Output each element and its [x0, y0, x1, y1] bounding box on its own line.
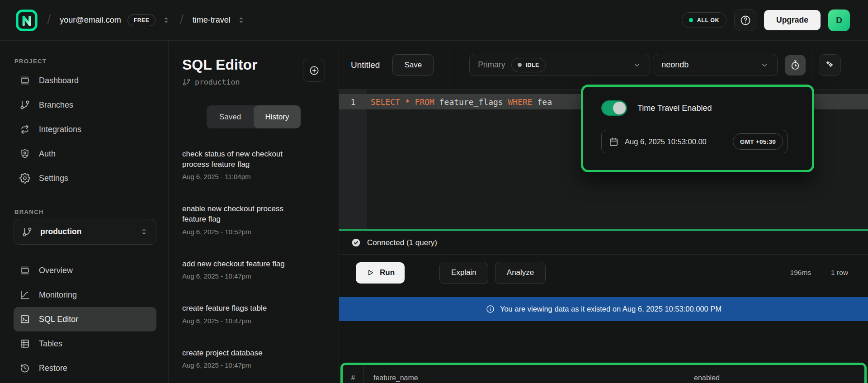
project-section-label: PROJECT	[14, 58, 156, 65]
help-button[interactable]	[734, 9, 756, 31]
save-button[interactable]: Save	[392, 54, 434, 76]
nav-item-label: Overview	[39, 266, 73, 275]
status-label: ALL OK	[697, 17, 719, 24]
query-actions: Run Explain Analyze 196ms 1 row	[339, 255, 868, 291]
status-dot	[689, 18, 693, 22]
panel-branch: production	[182, 78, 258, 86]
datetime-value: Aug 6, 2025 10:53:00.00	[625, 137, 727, 146]
branch-icon	[182, 78, 191, 86]
nav-item-label: Settings	[39, 174, 68, 183]
integrations-icon	[19, 124, 30, 135]
history-item-date: Aug 6, 2025 - 10:52pm	[182, 228, 295, 236]
history-item-title: add new checkout feature flag	[182, 259, 295, 270]
editor-gutter	[339, 90, 367, 229]
new-query-button[interactable]	[303, 59, 325, 82]
upgrade-button[interactable]: Upgrade	[764, 10, 821, 30]
sql-token: *	[405, 97, 410, 107]
sidebar-item-branches[interactable]: Branches	[14, 93, 156, 117]
compute-label: Primary	[478, 60, 505, 70]
sql-token	[400, 97, 405, 107]
history-item-title: enable new checkout process feature flag	[182, 204, 295, 224]
nav-item-label: Tables	[39, 339, 62, 349]
project-name: time-travel	[193, 15, 231, 25]
breadcrumb-separator: /	[47, 12, 51, 28]
nav-item-label: Integrations	[39, 125, 81, 134]
play-icon	[366, 268, 375, 277]
chevron-down-icon	[632, 61, 642, 70]
compute-status-text: IDLE	[525, 62, 539, 68]
idle-dot	[518, 63, 522, 67]
history-item-title: create project database	[182, 348, 295, 359]
explain-button[interactable]: Explain	[439, 262, 488, 284]
stopwatch-icon	[790, 60, 801, 71]
check-circle-icon	[351, 237, 361, 248]
auth-icon	[19, 148, 30, 159]
tab-saved[interactable]: Saved	[207, 105, 254, 128]
ai-assist-button[interactable]	[819, 54, 841, 76]
time-travel-button[interactable]	[785, 55, 806, 76]
connection-status-text: Connected (1 query)	[367, 238, 437, 247]
header-cell-feature_name: feature_name	[364, 365, 689, 383]
overview-icon	[19, 265, 30, 276]
chevrons-up-down-icon[interactable]	[162, 16, 170, 24]
sidebar-item-monitoring[interactable]: Monitoring	[14, 283, 156, 307]
database-dropdown[interactable]: neondb	[653, 54, 778, 76]
neon-logo[interactable]	[15, 9, 38, 32]
nav-item-label: Monitoring	[39, 290, 77, 300]
history-item[interactable]: create feature flags tableAug 6, 2025 - …	[182, 303, 295, 325]
account-email: your@email.com	[60, 15, 121, 25]
sidebar-item-settings[interactable]: Settings	[14, 166, 156, 190]
tab-history[interactable]: History	[254, 105, 301, 128]
run-button[interactable]: Run	[356, 262, 405, 284]
sidebar-item-overview[interactable]: Overview	[14, 258, 156, 283]
time-travel-banner: You are viewing data as it existed on Au…	[339, 297, 868, 321]
datetime-field[interactable]: Aug 6, 2025 10:53:00.00 GMT +05:30	[601, 130, 788, 153]
chevron-down-icon	[760, 61, 769, 70]
actions-divider	[422, 264, 422, 281]
branch-selector[interactable]: production	[14, 219, 156, 245]
nav-item-label: Restore	[39, 364, 67, 373]
sidebar-item-dashboard[interactable]: Dashboard	[14, 68, 156, 93]
editor-tab-title[interactable]: Untitled	[351, 60, 380, 70]
history-item-date: Aug 6, 2025 - 10:47pm	[182, 317, 295, 325]
account-breadcrumb[interactable]: your@email.com FREE	[60, 14, 170, 26]
tables-icon	[19, 338, 30, 349]
chevrons-up-down-icon	[140, 227, 148, 236]
info-icon	[486, 304, 495, 314]
history-item[interactable]: add new checkout feature flagAug 6, 2025…	[182, 259, 295, 280]
restore-icon	[19, 363, 30, 374]
branch-section-label: BRANCH	[14, 208, 156, 215]
project-breadcrumb[interactable]: time-travel	[193, 15, 245, 25]
neon-console: / your@email.com FREE / time-travel ALL …	[0, 0, 868, 383]
history-item[interactable]: enable new checkout process feature flag…	[182, 204, 295, 235]
history-item[interactable]: create project databaseAug 6, 2025 - 10:…	[182, 348, 295, 369]
sidebar-item-integrations[interactable]: Integrations	[14, 117, 156, 142]
nav-item-label: SQL Editor	[39, 315, 78, 324]
status-pill[interactable]: ALL OK	[682, 12, 726, 28]
sql-token: fea	[533, 97, 552, 107]
settings-icon	[19, 173, 30, 184]
sidebar-item-restore[interactable]: Restore	[14, 356, 156, 380]
avatar[interactable]: D	[828, 9, 850, 31]
history-item-date: Aug 6, 2025 - 11:04pm	[182, 173, 295, 180]
compute-dropdown[interactable]: Primary IDLE	[469, 54, 650, 76]
analyze-button[interactable]: Analyze	[495, 262, 546, 284]
sql-editor-panel: SQL Editor production Saved History chec…	[169, 41, 339, 383]
topbar: / your@email.com FREE / time-travel ALL …	[0, 0, 868, 41]
saved-history-tabs: Saved History	[207, 105, 301, 128]
sidebar-item-auth[interactable]: Auth	[14, 142, 156, 166]
time-travel-toggle[interactable]	[601, 100, 627, 116]
time-travel-popup: Time Travel Enabled Aug 6, 2025 10:53:00…	[581, 85, 814, 172]
plus-circle-icon	[309, 65, 320, 76]
sidebar-item-tables[interactable]: Tables	[14, 331, 156, 356]
project-nav: DashboardBranchesIntegrationsAuthSetting…	[14, 68, 156, 190]
query-duration: 196ms	[790, 269, 811, 277]
branch-icon	[22, 227, 33, 237]
header-cell-row-number: #	[343, 365, 364, 383]
nav-item-label: Dashboard	[39, 76, 79, 85]
history-item[interactable]: check status of new checkout process fea…	[182, 149, 295, 180]
database-label: neondb	[661, 60, 689, 70]
sidebar-item-sql-editor[interactable]: SQL Editor	[14, 307, 156, 331]
branch-nav: OverviewMonitoringSQL EditorTablesRestor…	[14, 258, 156, 380]
chevrons-up-down-icon[interactable]	[237, 16, 245, 24]
